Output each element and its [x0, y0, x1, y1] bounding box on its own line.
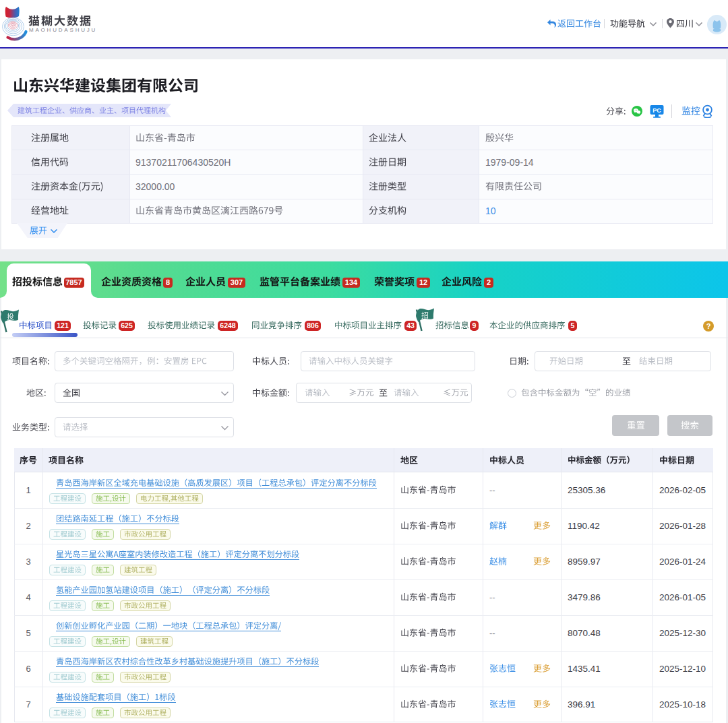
svg-text:?: ? [706, 322, 711, 330]
svg-text:PC: PC [653, 107, 661, 114]
